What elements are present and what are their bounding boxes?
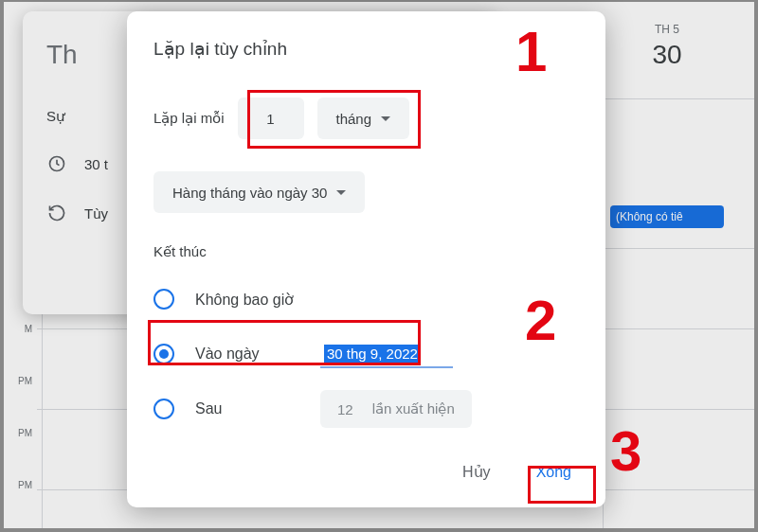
end-after-suffix: lần xuất hiện xyxy=(372,400,455,417)
end-after-option[interactable]: Sau 12 lần xuất hiện xyxy=(153,395,583,423)
custom-recurrence-dialog: Lặp lại tùy chỉnh Lặp lại mỗi 1 tháng Hà… xyxy=(127,11,605,507)
end-after-count-field[interactable]: 12 lần xuất hiện xyxy=(320,390,472,428)
repeat-every-label: Lặp lại mỗi xyxy=(153,110,225,127)
radio-icon xyxy=(153,344,174,364)
end-date-value: 30 thg 9, 2022 xyxy=(324,345,421,363)
repeat-unit-select[interactable]: tháng xyxy=(317,98,410,139)
done-button[interactable]: Xong xyxy=(525,456,583,488)
end-after-label: Sau xyxy=(195,400,299,417)
repeat-unit-value: tháng xyxy=(336,111,372,127)
repeat-count-input[interactable]: 1 xyxy=(238,98,304,139)
chevron-down-icon xyxy=(336,190,346,195)
end-on-date-label: Vào ngày xyxy=(195,346,299,363)
cancel-button[interactable]: Hủy xyxy=(451,455,502,488)
end-after-count: 12 xyxy=(337,401,353,417)
end-never-option[interactable]: Không bao giờ xyxy=(153,285,583,313)
dialog-title: Lặp lại tùy chỉnh xyxy=(153,38,583,60)
ends-section-label: Kết thúc xyxy=(153,243,583,260)
monthly-pattern-select[interactable]: Hàng tháng vào ngày 30 xyxy=(153,171,365,213)
end-never-label: Không bao giờ xyxy=(195,291,294,309)
radio-icon xyxy=(153,399,174,419)
radio-icon xyxy=(153,289,174,310)
monthly-pattern-value: Hàng tháng vào ngày 30 xyxy=(172,185,327,201)
end-date-input[interactable]: 30 thg 9, 2022 xyxy=(320,340,453,368)
chevron-down-icon xyxy=(381,116,390,121)
end-on-date-option[interactable]: Vào ngày 30 thg 9, 2022 xyxy=(153,340,583,368)
